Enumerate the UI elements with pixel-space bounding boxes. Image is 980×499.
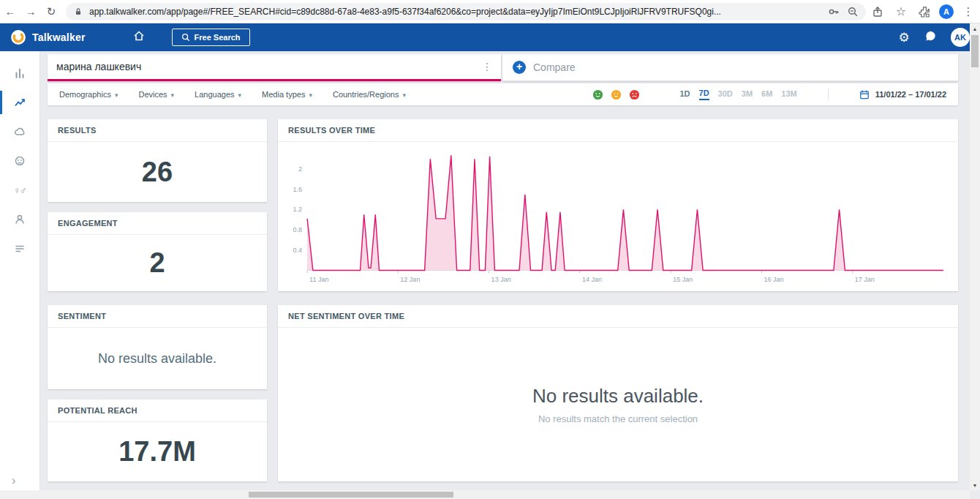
share-icon[interactable] [866, 6, 889, 18]
browser-menu-icon[interactable] [957, 5, 980, 18]
date-range-text: 11/01/22 – 17/01/22 [875, 90, 946, 99]
browser-toolbar: app.talkwalker.com/app/page#/FREE_SEARCH… [0, 0, 980, 23]
filter-bar: Demographics Devices Languages Media typ… [48, 83, 958, 105]
results-card: RESULTS 26 [48, 119, 267, 202]
results-value: 26 [142, 157, 173, 188]
filter-demographics[interactable]: Demographics [59, 90, 118, 99]
address-bar[interactable]: app.talkwalker.com/app/page#/FREE_SEARCH… [66, 3, 866, 20]
sidebar-item-emotions[interactable] [0, 146, 39, 176]
potential-reach-card: POTENTIAL REACH 17.7M [48, 399, 267, 481]
range-13m[interactable]: 13M [781, 89, 796, 100]
card-title: NET SENTIMENT OVER TIME [278, 305, 958, 328]
trend-chart-icon [13, 96, 26, 109]
browser-profile-avatar[interactable]: A [939, 4, 954, 19]
scroll-up-icon[interactable] [970, 23, 980, 34]
search-query-bar: марина лашкевич [48, 54, 501, 81]
svg-text:0.8: 0.8 [293, 226, 303, 233]
lock-icon [73, 7, 83, 17]
svg-text:12 Jan: 12 Jan [400, 276, 420, 283]
free-search-button[interactable]: Free Search [172, 29, 250, 46]
engagement-card: ENGAGEMENT 2 [48, 212, 267, 291]
talkwalker-logo[interactable] [10, 29, 26, 45]
time-range-group: 1D 7D 30D 3M 6M 13M [679, 89, 796, 100]
filter-countries-regions[interactable]: Countries/Regions [333, 90, 406, 99]
range-6m[interactable]: 6M [761, 89, 772, 100]
range-1d[interactable]: 1D [679, 89, 690, 100]
sentiment-filter-group [592, 89, 640, 100]
svg-text:13 Jan: 13 Jan [491, 276, 511, 283]
caret-down-icon [115, 90, 118, 99]
gender-icon [13, 184, 26, 197]
query-options-icon[interactable] [482, 60, 492, 73]
card-title: POTENTIAL REACH [48, 399, 267, 422]
filter-label: Languages [195, 90, 234, 99]
filter-label: Demographics [59, 90, 111, 99]
brand-name: Talkwalker [32, 31, 86, 43]
horizontal-scroll-thumb[interactable] [249, 492, 453, 498]
sidebar-item-demographics[interactable] [0, 176, 39, 205]
sidebar-item-influencers[interactable] [0, 205, 39, 234]
svg-text:0.4: 0.4 [293, 247, 303, 254]
engagement-value: 2 [149, 247, 165, 279]
caret-down-icon [309, 90, 312, 99]
svg-text:2: 2 [298, 165, 302, 173]
sidebar-item-analytics[interactable] [0, 88, 39, 117]
compare-label[interactable]: Compare [533, 61, 576, 73]
browser-back-icon[interactable] [0, 5, 20, 18]
date-range-picker[interactable]: 11/01/22 – 17/01/22 [859, 89, 946, 100]
svg-text:1.2: 1.2 [293, 206, 303, 213]
filter-media-types[interactable]: Media types [262, 90, 312, 99]
bookmark-star-icon[interactable] [889, 4, 913, 18]
settings-gear-icon[interactable] [891, 30, 917, 45]
card-title: RESULTS [48, 119, 267, 142]
calendar-icon [859, 89, 870, 100]
url-text: app.talkwalker.com/app/page#/FREE_SEARCH… [89, 7, 822, 17]
key-icon[interactable] [828, 6, 840, 18]
search-query-input[interactable]: марина лашкевич [56, 61, 482, 72]
browser-forward-icon[interactable] [20, 5, 41, 18]
compare-add-icon[interactable]: + [513, 61, 526, 74]
range-3m[interactable]: 3M [742, 89, 753, 100]
net-sentiment-submessage: No results match the current selection [538, 413, 698, 424]
user-avatar[interactable]: AK [951, 28, 970, 47]
filter-devices[interactable]: Devices [138, 90, 174, 99]
filter-label: Countries/Regions [333, 90, 399, 99]
sentiment-message: No results available. [98, 351, 216, 367]
svg-text:14 Jan: 14 Jan [582, 276, 602, 283]
filter-label: Media types [262, 90, 305, 99]
cloud-icon [13, 125, 26, 138]
horizontal-scrollbar[interactable] [0, 490, 970, 499]
negative-sentiment-icon[interactable] [629, 89, 640, 100]
svg-text:11 Jan: 11 Jan [309, 276, 328, 283]
sentiment-card: SENTIMENT No results available. [48, 305, 267, 389]
sidebar-item-conversations[interactable] [0, 234, 39, 263]
sidebar-expand-icon[interactable] [12, 474, 15, 487]
card-title: RESULTS OVER TIME [278, 119, 958, 142]
card-title: SENTIMENT [48, 305, 267, 328]
extensions-puzzle-icon[interactable] [913, 5, 936, 18]
vertical-scroll-thumb[interactable] [971, 35, 979, 67]
positive-sentiment-icon[interactable] [592, 89, 603, 100]
free-search-label: Free Search [195, 33, 241, 42]
chat-bubble-icon[interactable] [917, 30, 943, 45]
zoom-icon[interactable] [847, 6, 859, 18]
range-30d[interactable]: 30D [718, 89, 733, 100]
results-over-time-chart[interactable]: 0.40.81.21.6211 Jan12 Jan13 Jan14 Jan15 … [285, 142, 949, 290]
sidebar-item-wordcloud[interactable] [0, 117, 39, 146]
home-icon[interactable] [132, 29, 146, 45]
vertical-scrollbar[interactable] [970, 23, 980, 490]
card-title: ENGAGEMENT [48, 212, 267, 235]
filter-languages[interactable]: Languages [195, 90, 241, 99]
svg-text:17 Jan: 17 Jan [855, 276, 875, 283]
caret-down-icon [402, 90, 406, 99]
person-icon [13, 213, 26, 226]
scroll-down-icon[interactable] [970, 480, 980, 490]
svg-text:16 Jan: 16 Jan [764, 276, 783, 283]
range-7d[interactable]: 7D [699, 89, 709, 100]
sidebar-item-results[interactable] [0, 59, 39, 88]
face-icon [13, 154, 26, 168]
browser-reload-icon[interactable] [41, 5, 61, 18]
svg-text:15 Jan: 15 Jan [673, 276, 693, 283]
list-lines-icon [13, 242, 26, 255]
neutral-sentiment-icon[interactable] [611, 89, 622, 100]
